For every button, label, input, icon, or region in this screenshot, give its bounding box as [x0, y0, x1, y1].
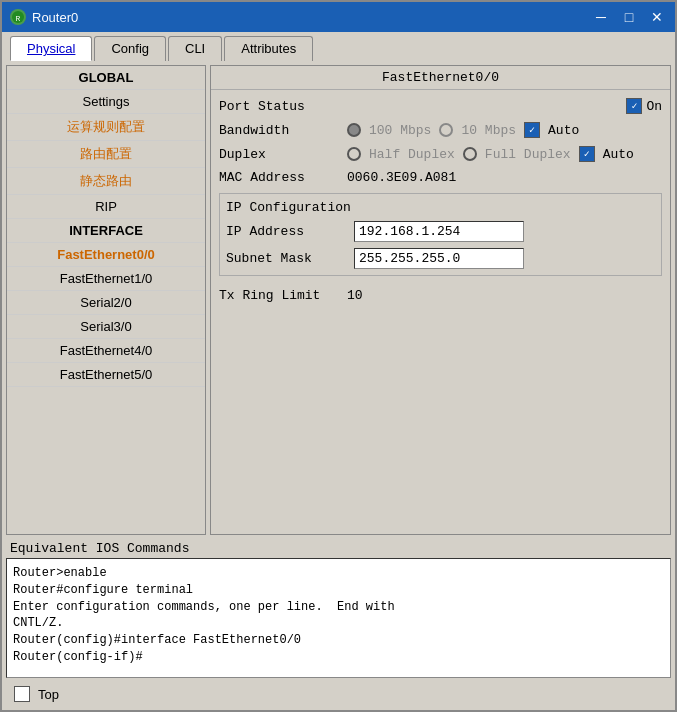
subnet-mask-label: Subnet Mask: [226, 251, 346, 266]
ip-config-section: IP Configuration IP Address Subnet Mask: [219, 193, 662, 276]
subnet-mask-row: Subnet Mask: [226, 248, 655, 269]
duplex-half-label: Half Duplex: [369, 147, 455, 162]
terminal-line-5: Router(config-if)#: [13, 649, 664, 666]
tab-attributes[interactable]: Attributes: [224, 36, 313, 61]
sidebar-item-interface[interactable]: INTERFACE: [7, 219, 205, 243]
bandwidth-100-radio[interactable]: [347, 123, 361, 137]
sidebar-item-serial2-0[interactable]: Serial2/0: [7, 291, 205, 315]
ip-config-title: IP Configuration: [226, 200, 655, 215]
bandwidth-10-label: 10 Mbps: [461, 123, 516, 138]
sidebar: GLOBAL Settings 运算规则配置 路由配置 静态路由 RIP INT…: [6, 65, 206, 535]
bandwidth-options: 100 Mbps 10 Mbps ✓ Auto: [347, 122, 579, 138]
tab-cli[interactable]: CLI: [168, 36, 222, 61]
equivalent-section: Equivalent IOS Commands Router>enable Ro…: [6, 539, 671, 678]
sidebar-item-fe0-0[interactable]: FastEthernet0/0: [7, 243, 205, 267]
maximize-button[interactable]: □: [619, 7, 639, 27]
main-window: R Router0 ─ □ ✕ Physical Config CLI Attr…: [0, 0, 677, 712]
terminal-box[interactable]: Router>enable Router#configure terminal …: [6, 558, 671, 678]
title-bar-left: R Router0: [10, 9, 78, 25]
sidebar-item-route-config[interactable]: 路由配置: [7, 141, 205, 168]
bandwidth-10-radio[interactable]: [439, 123, 453, 137]
duplex-auto-label: Auto: [603, 147, 634, 162]
port-status-label: Port Status: [219, 99, 339, 114]
duplex-full-radio[interactable]: [463, 147, 477, 161]
sidebar-item-settings[interactable]: Settings: [7, 90, 205, 114]
window-title: Router0: [32, 10, 78, 25]
ip-address-input[interactable]: [354, 221, 524, 242]
duplex-auto-checkbox[interactable]: ✓: [579, 146, 595, 162]
tab-bar: Physical Config CLI Attributes: [2, 32, 675, 61]
detail-body: Port Status ✓ On Bandwidth 100 Mbps: [211, 90, 670, 311]
ip-address-label: IP Address: [226, 224, 346, 239]
terminal-line-2: Enter configuration commands, one per li…: [13, 599, 664, 616]
terminal-line-1: Router#configure terminal: [13, 582, 664, 599]
window-controls: ─ □ ✕: [591, 7, 667, 27]
equivalent-title: Equivalent IOS Commands: [6, 539, 671, 558]
mac-address-row: MAC Address 0060.3E09.A081: [219, 170, 662, 185]
sidebar-item-fe4-0[interactable]: FastEthernet4/0: [7, 339, 205, 363]
terminal-line-3: CNTL/Z.: [13, 615, 664, 632]
terminal-line-4: Router(config)#interface FastEthernet0/0: [13, 632, 664, 649]
bottom-bar: Top: [6, 682, 671, 706]
sidebar-item-fe1-0[interactable]: FastEthernet1/0: [7, 267, 205, 291]
mac-address-value: 0060.3E09.A081: [347, 170, 456, 185]
duplex-row: Duplex Half Duplex Full Duplex ✓ Auto: [219, 146, 662, 162]
bandwidth-auto-label: Auto: [548, 123, 579, 138]
title-bar: R Router0 ─ □ ✕: [2, 2, 675, 32]
top-checkbox[interactable]: [14, 686, 30, 702]
svg-text:R: R: [16, 14, 21, 23]
detail-title: FastEthernet0/0: [211, 66, 670, 90]
sidebar-item-routing[interactable]: 运算规则配置: [7, 114, 205, 141]
sidebar-scroll[interactable]: GLOBAL Settings 运算规则配置 路由配置 静态路由 RIP INT…: [7, 66, 205, 534]
top-label: Top: [38, 687, 59, 702]
mac-address-label: MAC Address: [219, 170, 339, 185]
tab-physical[interactable]: Physical: [10, 36, 92, 61]
terminal-line-0: Router>enable: [13, 565, 664, 582]
sidebar-item-rip[interactable]: RIP: [7, 195, 205, 219]
duplex-label: Duplex: [219, 147, 339, 162]
subnet-mask-input[interactable]: [354, 248, 524, 269]
duplex-options: Half Duplex Full Duplex ✓ Auto: [347, 146, 634, 162]
bandwidth-label: Bandwidth: [219, 123, 339, 138]
bandwidth-auto-checkbox[interactable]: ✓: [524, 122, 540, 138]
sidebar-item-serial3-0[interactable]: Serial3/0: [7, 315, 205, 339]
tx-ring-label: Tx Ring Limit: [219, 288, 339, 303]
tx-ring-value: 10: [347, 288, 363, 303]
duplex-full-label: Full Duplex: [485, 147, 571, 162]
ip-address-row: IP Address: [226, 221, 655, 242]
port-status-checkbox[interactable]: ✓: [626, 98, 642, 114]
detail-panel: FastEthernet0/0 Port Status ✓ On Bandwid…: [210, 65, 671, 535]
bandwidth-100-label: 100 Mbps: [369, 123, 431, 138]
sidebar-item-static-route[interactable]: 静态路由: [7, 168, 205, 195]
sidebar-item-global[interactable]: GLOBAL: [7, 66, 205, 90]
app-icon: R: [10, 9, 26, 25]
close-button[interactable]: ✕: [647, 7, 667, 27]
sidebar-item-fe5-0[interactable]: FastEthernet5/0: [7, 363, 205, 387]
tab-config[interactable]: Config: [94, 36, 166, 61]
port-status-on-label: On: [646, 99, 662, 114]
bandwidth-row: Bandwidth 100 Mbps 10 Mbps ✓ Auto: [219, 122, 662, 138]
port-status-row: Port Status ✓ On: [219, 98, 662, 114]
tx-ring-row: Tx Ring Limit 10: [219, 288, 662, 303]
minimize-button[interactable]: ─: [591, 7, 611, 27]
duplex-half-radio[interactable]: [347, 147, 361, 161]
top-section: GLOBAL Settings 运算规则配置 路由配置 静态路由 RIP INT…: [6, 65, 671, 535]
main-content: GLOBAL Settings 运算规则配置 路由配置 静态路由 RIP INT…: [2, 61, 675, 710]
